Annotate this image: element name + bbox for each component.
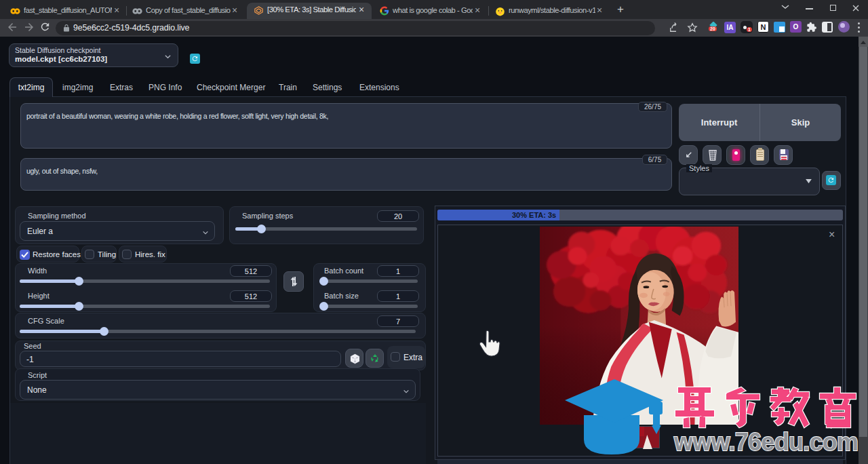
svg-text:www.76edu.com: www.76edu.com — [673, 428, 859, 456]
